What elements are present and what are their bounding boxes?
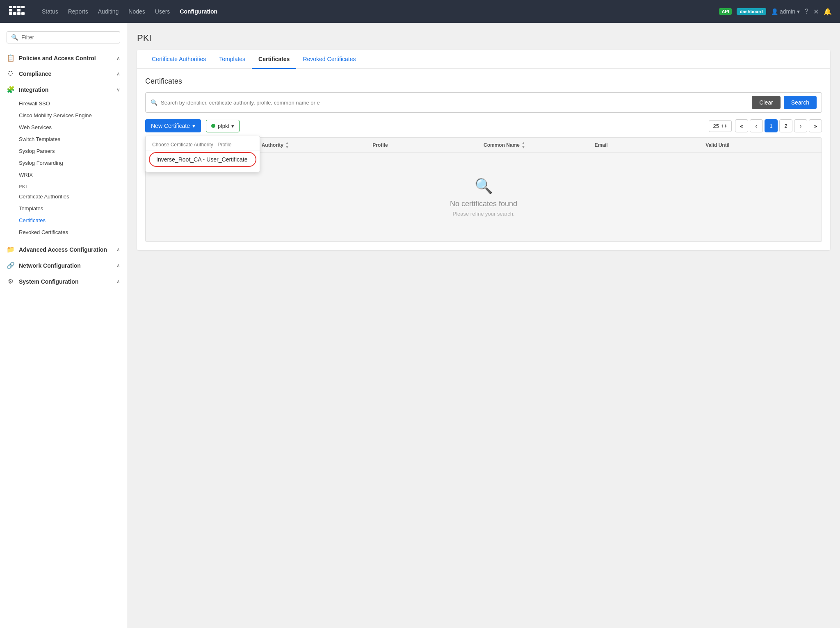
network-config-chevron-icon: ∧	[116, 263, 120, 268]
filter-search-icon: 🔍	[11, 34, 18, 41]
search-bar: 🔍 Clear Search	[145, 92, 822, 113]
col-email: Email	[595, 141, 706, 149]
nav-status[interactable]: Status	[41, 7, 59, 16]
empty-search-icon: 🔍	[154, 177, 813, 195]
tab-certificate-authorities[interactable]: Certificate Authorities	[145, 50, 212, 69]
page-size-arrows-icon: ⬆⬇	[721, 124, 727, 128]
sidebar-subitem-templates[interactable]: Templates	[0, 203, 127, 214]
user-chevron-icon: ▾	[797, 8, 800, 15]
col-authority: Authority ▲▼	[262, 141, 373, 149]
sidebar-subitem-firewall-sso[interactable]: Firewall SSO	[0, 98, 127, 109]
user-menu[interactable]: 👤 admin ▾	[771, 8, 800, 15]
sidebar-item-network-config[interactable]: 🔗 Network Configuration ∧	[0, 257, 127, 273]
sidebar-item-integration[interactable]: 🧩 Integration ∨	[0, 82, 127, 98]
search-input[interactable]	[161, 100, 749, 106]
integration-chevron-icon: ∨	[116, 87, 120, 93]
bell-icon[interactable]: 🔔	[824, 8, 832, 16]
nav-auditing[interactable]: Auditing	[97, 7, 120, 16]
integration-icon: 🧩	[7, 86, 15, 93]
common-name-sort-icon[interactable]: ▲▼	[521, 141, 525, 149]
tabs-bar: Certificate Authorities Templates Certif…	[137, 50, 830, 69]
compliance-chevron-icon: ∧	[116, 71, 120, 77]
system-config-icon: ⚙	[7, 278, 15, 285]
sidebar-subitem-syslog-parsers[interactable]: Syslog Parsers	[0, 145, 127, 157]
content-card: Certificate Authorities Templates Certif…	[137, 50, 830, 250]
dashboard-badge[interactable]: dashboard	[737, 8, 766, 15]
filter-input[interactable]	[21, 34, 116, 41]
empty-subtitle: Please refine your search.	[154, 211, 813, 217]
system-config-label: System Configuration	[19, 278, 112, 285]
sidebar-filter[interactable]: 🔍	[7, 31, 120, 43]
tools-icon[interactable]: ✕	[813, 8, 819, 16]
page-prev-button[interactable]: ‹	[750, 119, 763, 132]
dropdown-header: Choose Certificate Authority - Profile	[146, 139, 260, 150]
user-avatar-icon: 👤	[771, 8, 778, 15]
col-valid-until: Valid Until	[705, 141, 817, 149]
sidebar-item-advanced-access[interactable]: 📁 Advanced Access Configuration ∧	[0, 241, 127, 257]
sidebar: 🔍 📋 Policies and Access Control ∧ 🛡 Comp…	[0, 23, 127, 628]
sidebar-subitem-revoked-certificates[interactable]: Revoked Certificates	[0, 226, 127, 238]
svg-rect-9	[21, 12, 25, 15]
page-layout: 🔍 📋 Policies and Access Control ∧ 🛡 Comp…	[0, 23, 840, 628]
nav-reports[interactable]: Reports	[67, 7, 89, 16]
tab-revoked-certificates[interactable]: Revoked Certificates	[296, 50, 362, 69]
col-email-label: Email	[595, 142, 608, 148]
tab-templates[interactable]: Templates	[212, 50, 252, 69]
search-button[interactable]: Search	[784, 96, 817, 109]
page-first-button[interactable]: «	[735, 119, 748, 132]
integration-label: Integration	[19, 86, 112, 93]
new-certificate-menu: Choose Certificate Authority - Profile I…	[145, 136, 260, 172]
nav-configuration[interactable]: Configuration	[179, 7, 218, 16]
main-content: PKI Certificate Authorities Templates Ce…	[127, 23, 840, 628]
help-icon[interactable]: ?	[805, 8, 808, 15]
tab-certificates[interactable]: Certificates	[252, 50, 296, 69]
policies-chevron-icon: ∧	[116, 55, 120, 61]
authority-sort-icon[interactable]: ▲▼	[285, 141, 289, 149]
clear-button[interactable]: Clear	[752, 96, 780, 109]
nav-users[interactable]: Users	[154, 7, 171, 16]
new-certificate-button[interactable]: New Certificate ▾	[145, 119, 201, 132]
svg-rect-8	[21, 6, 25, 8]
sidebar-subitem-wrix[interactable]: WRIX	[0, 169, 127, 181]
toolbar: New Certificate ▾ Choose Certificate Aut…	[145, 119, 822, 132]
section-title: Certificates	[145, 77, 822, 86]
page-size-selector[interactable]: 25 ⬆⬇	[709, 120, 732, 132]
advanced-access-label: Advanced Access Configuration	[19, 246, 112, 253]
svg-rect-2	[9, 12, 12, 15]
page-last-button[interactable]: »	[809, 119, 822, 132]
sidebar-item-system-config[interactable]: ⚙ System Configuration ∧	[0, 273, 127, 289]
sidebar-subitem-cisco[interactable]: Cisco Mobility Services Engine	[0, 109, 127, 121]
sidebar-subitem-certificates[interactable]: Certificates	[0, 214, 127, 226]
advanced-access-chevron-icon: ∧	[116, 247, 120, 253]
search-bar-icon: 🔍	[151, 99, 158, 106]
page-next-button[interactable]: ›	[794, 119, 807, 132]
page-1-button[interactable]: 1	[765, 119, 778, 132]
new-certificate-chevron-icon: ▾	[192, 123, 195, 129]
svg-rect-5	[17, 6, 21, 8]
app-logo[interactable]	[8, 4, 28, 19]
sidebar-subitem-switch-templates[interactable]: Switch Templates	[0, 133, 127, 145]
policies-icon: 📋	[7, 54, 15, 62]
new-certificate-dropdown: New Certificate ▾ Choose Certificate Aut…	[145, 119, 201, 132]
system-config-chevron-icon: ∧	[116, 279, 120, 284]
advanced-access-icon: 📁	[7, 246, 15, 253]
pki-section-label: PKI	[0, 181, 127, 191]
pfpki-button[interactable]: pfpki ▾	[206, 120, 240, 132]
svg-rect-4	[13, 12, 16, 15]
nav-nodes[interactable]: Nodes	[128, 7, 146, 16]
sidebar-subitem-certificate-authorities[interactable]: Certificate Authorities	[0, 191, 127, 203]
network-config-label: Network Configuration	[19, 262, 112, 269]
page-size-value: 25	[713, 123, 719, 129]
col-common-name-label: Common Name	[484, 142, 520, 148]
sidebar-item-compliance[interactable]: 🛡 Compliance ∧	[0, 66, 127, 82]
sidebar-subitem-syslog-forwarding[interactable]: Syslog Forwarding	[0, 157, 127, 169]
sidebar-item-policies[interactable]: 📋 Policies and Access Control ∧	[0, 50, 127, 66]
compliance-icon: 🛡	[7, 70, 15, 77]
sidebar-subitem-web-services[interactable]: Web Services	[0, 121, 127, 133]
certificates-section: Certificates 🔍 Clear Search New Certific…	[137, 69, 830, 250]
col-profile-label: Profile	[372, 142, 388, 148]
page-2-button[interactable]: 2	[779, 119, 792, 132]
dropdown-item-inverse-root-ca[interactable]: Inverse_Root_CA - User_Certificate	[149, 152, 256, 167]
api-badge: API	[719, 8, 731, 15]
pfpki-label: pfpki	[218, 123, 229, 129]
